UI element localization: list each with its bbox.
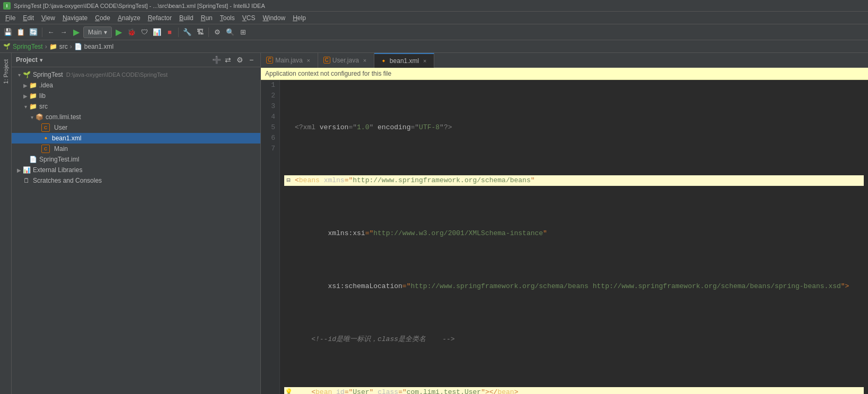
- toolbar: 💾 📋 🔄 ← → ▶ Main ▾ ▶ 🐞 🛡 📊 ■ 🔧 🏗 ⚙ 🔍 ⊞: [0, 24, 868, 40]
- fold-icon-2[interactable]: ⊟: [284, 175, 293, 186]
- lib-folder-icon: 📁: [29, 92, 37, 100]
- menu-bar: File Edit View Navigate Code Analyze Ref…: [0, 12, 868, 24]
- breadcrumb-sep-1: ›: [45, 43, 47, 50]
- toolbar-save-all-btn[interactable]: 📋: [15, 26, 27, 38]
- toolbar-ant-btn[interactable]: 🔧: [181, 26, 193, 38]
- code-line-5: <!--id是唯一标识，class是全类名 -->: [284, 334, 864, 345]
- code-line-1: <?xml version="1.0" encoding="UTF-8"?>: [284, 122, 864, 133]
- tree-toggle-ext[interactable]: ▶: [16, 167, 22, 173]
- menu-refactor[interactable]: Refactor: [145, 13, 175, 23]
- tree-item-src[interactable]: ▾ 📁 src: [12, 101, 260, 112]
- tree-item-com-limi[interactable]: ▾ 📦 com.limi.test: [12, 112, 260, 122]
- toolbar-main-dropdown[interactable]: Main ▾: [83, 26, 112, 38]
- tree-item-springtest-iml[interactable]: 📄 SpringTest.iml: [12, 154, 260, 165]
- tab-bean1-xml[interactable]: 🔸 bean1.xml ×: [374, 53, 434, 68]
- menu-run[interactable]: Run: [198, 13, 216, 23]
- main-java-icon: C: [41, 145, 50, 153]
- line-num-1: 1: [265, 80, 275, 91]
- menu-file[interactable]: File: [2, 13, 19, 23]
- toolbar-save-btn[interactable]: 💾: [2, 26, 14, 38]
- tab-bean1-xml-close[interactable]: ×: [421, 57, 428, 65]
- code-content[interactable]: <?xml version="1.0" encoding="UTF-8"?> ⊟…: [280, 80, 868, 394]
- tree-item-scratches[interactable]: 🗒 Scratches and Consoles: [12, 175, 260, 186]
- toolbar-extra-btn[interactable]: ⊞: [237, 26, 249, 38]
- breadcrumb-file[interactable]: bean1.xml: [84, 43, 113, 50]
- tree-toggle-src[interactable]: ▾: [22, 104, 29, 110]
- code-xmlns-xsi-val: http://www.w3.org/2001/XMLSchema-instanc…: [373, 228, 543, 239]
- tree-toggle-com[interactable]: ▾: [29, 114, 35, 120]
- code-editor[interactable]: 1 2 3 4 5 6 7 <?xml version="1.0" encodi…: [261, 80, 868, 394]
- menu-edit[interactable]: Edit: [20, 13, 37, 23]
- menu-navigate[interactable]: Navigate: [59, 13, 91, 23]
- title-bar: I SpringTest [D:\java-oxygen\IDEA CODE\S…: [0, 0, 868, 12]
- iml-icon: 📄: [29, 155, 37, 164]
- tab-user-java-close[interactable]: ×: [361, 57, 369, 64]
- line-num-5: 5: [265, 122, 275, 133]
- menu-view[interactable]: View: [38, 13, 58, 23]
- bulb-icon-6[interactable]: 💡: [284, 387, 293, 394]
- tree-item-lib[interactable]: ▶ 📁 lib: [12, 91, 260, 101]
- code-encoding-attr: encoding: [378, 122, 410, 133]
- sidebar-dropdown-icon[interactable]: ▾: [40, 57, 42, 63]
- tree-label-idea: .idea: [39, 82, 53, 89]
- tree-item-bean1[interactable]: 🔸 bean1.xml: [12, 133, 260, 144]
- line-num-7: 7: [265, 144, 275, 154]
- breadcrumb-file-icon: 📄: [74, 43, 82, 50]
- tree-item-springtest[interactable]: ▾ 🌱 SpringTest D:\java-oxygen\IDEA CODE\…: [12, 69, 260, 80]
- toolbar-debug-btn[interactable]: 🐞: [126, 26, 137, 38]
- menu-help[interactable]: Help: [290, 13, 309, 23]
- sidebar-add-btn[interactable]: ➕: [212, 55, 221, 65]
- tree-label-bean1: bean1.xml: [52, 135, 81, 142]
- tab-main-java-close[interactable]: ×: [305, 57, 312, 64]
- menu-window[interactable]: Window: [259, 13, 288, 23]
- line-num-6: 6: [265, 133, 275, 144]
- code-id-attr: id: [336, 387, 345, 394]
- sidebar-minimize-btn[interactable]: −: [247, 55, 256, 65]
- code-encoding-val: UTF-8: [419, 122, 440, 133]
- tree-item-main[interactable]: C Main: [12, 144, 260, 154]
- tree-label-ext-libs: External Libraries: [33, 166, 82, 174]
- breadcrumb-project[interactable]: SpringTest: [13, 43, 43, 50]
- toolbar-run-btn[interactable]: ▶: [71, 26, 82, 38]
- menu-analyze[interactable]: Analyze: [115, 13, 144, 23]
- sidebar-sync-btn[interactable]: ⇄: [223, 55, 233, 65]
- tree-toggle-springtest[interactable]: ▾: [16, 72, 22, 78]
- toolbar-run2-btn[interactable]: ▶: [113, 26, 125, 38]
- project-panel-tab[interactable]: 1: Project: [2, 55, 10, 88]
- ext-libs-icon: 📊: [22, 166, 31, 174]
- toolbar-forward-btn[interactable]: →: [58, 26, 69, 38]
- toolbar-profile-btn[interactable]: 📊: [151, 26, 163, 38]
- toolbar-structure-btn[interactable]: 🏗: [194, 26, 206, 38]
- toolbar-search-btn[interactable]: 🔍: [224, 26, 236, 38]
- toolbar-separator-3: [208, 28, 209, 37]
- sidebar-header: Project ▾ ➕ ⇄ ⚙ −: [12, 53, 260, 67]
- toolbar-settings-btn[interactable]: ⚙: [212, 26, 223, 38]
- window-title: SpringTest [D:\java-oxygen\IDEA CODE\Spr…: [14, 3, 265, 9]
- scratches-icon: 🗒: [22, 176, 31, 185]
- tree-item-user[interactable]: C User: [12, 122, 260, 133]
- tree-item-ext-libs[interactable]: ▶ 📊 External Libraries: [12, 165, 260, 175]
- toolbar-sync-btn[interactable]: 🔄: [28, 26, 39, 38]
- menu-tools[interactable]: Tools: [217, 13, 238, 23]
- menu-vcs[interactable]: VCS: [239, 13, 259, 23]
- user-java-icon: C: [41, 123, 50, 132]
- menu-build[interactable]: Build: [176, 13, 197, 23]
- breadcrumb-src[interactable]: src: [59, 43, 68, 50]
- tree-label-lib: lib: [39, 92, 46, 100]
- code-xmlns-xsi-attr: xmlns:xsi: [328, 228, 365, 239]
- toolbar-stop-btn[interactable]: ■: [164, 26, 176, 38]
- tree-toggle-idea[interactable]: ▶: [22, 83, 29, 88]
- src-folder-icon: 📁: [29, 102, 37, 111]
- breadcrumb-app-icon: 🌱: [3, 43, 11, 50]
- sidebar-settings-btn[interactable]: ⚙: [235, 55, 244, 65]
- toolbar-main-label: Main: [88, 29, 102, 36]
- tree-label-com-limi: com.limi.test: [46, 113, 81, 121]
- tab-main-java[interactable]: C Main.java ×: [261, 53, 318, 68]
- toolbar-coverage-btn[interactable]: 🛡: [138, 26, 150, 38]
- tree-path-springtest: D:\java-oxygen\IDEA CODE\SpringTest: [66, 71, 168, 78]
- tree-item-idea[interactable]: ▶ 📁 .idea: [12, 80, 260, 91]
- tree-toggle-lib[interactable]: ▶: [22, 93, 29, 99]
- tab-user-java[interactable]: C User.java ×: [318, 53, 374, 68]
- toolbar-back-btn[interactable]: ←: [45, 26, 57, 38]
- menu-code[interactable]: Code: [92, 13, 113, 23]
